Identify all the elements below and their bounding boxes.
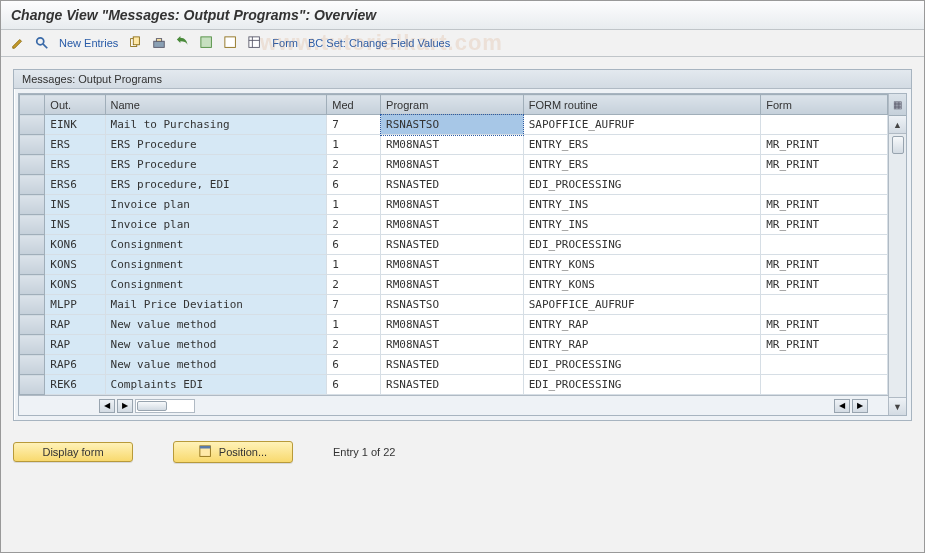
row-selector[interactable] bbox=[20, 335, 45, 355]
cell-routine[interactable]: ENTRY_INS bbox=[523, 195, 761, 215]
table-row[interactable]: ERS6ERS procedure, EDI6RSNASTEDEDI_PROCE… bbox=[20, 175, 888, 195]
cell-out[interactable]: ERS bbox=[45, 135, 105, 155]
cell-med[interactable]: 6 bbox=[327, 175, 381, 195]
row-selector[interactable] bbox=[20, 255, 45, 275]
undo-icon[interactable] bbox=[174, 34, 192, 52]
row-selector[interactable] bbox=[20, 115, 45, 135]
row-selector[interactable] bbox=[20, 215, 45, 235]
cell-form[interactable]: MR_PRINT bbox=[761, 155, 888, 175]
cell-med[interactable]: 2 bbox=[327, 215, 381, 235]
cell-routine[interactable]: ENTRY_ERS bbox=[523, 135, 761, 155]
new-entries-button[interactable]: New Entries bbox=[57, 37, 120, 49]
cell-name[interactable]: Invoice plan bbox=[105, 215, 327, 235]
scroll-right2-icon[interactable]: ▶ bbox=[852, 399, 868, 413]
cell-form[interactable]: MR_PRINT bbox=[761, 215, 888, 235]
cell-form[interactable]: MR_PRINT bbox=[761, 315, 888, 335]
cell-med[interactable]: 7 bbox=[327, 295, 381, 315]
col-form[interactable]: Form bbox=[761, 95, 888, 115]
copy-icon[interactable] bbox=[126, 34, 144, 52]
cell-med[interactable]: 2 bbox=[327, 155, 381, 175]
cell-out[interactable]: EINK bbox=[45, 115, 105, 135]
row-selector[interactable] bbox=[20, 175, 45, 195]
scroll-left2-icon[interactable]: ◀ bbox=[834, 399, 850, 413]
row-selector[interactable] bbox=[20, 195, 45, 215]
deselect-all-icon[interactable] bbox=[222, 34, 240, 52]
row-selector[interactable] bbox=[20, 155, 45, 175]
cell-program[interactable]: RSNASTSO bbox=[381, 295, 524, 315]
cell-out[interactable]: INS bbox=[45, 215, 105, 235]
cell-routine[interactable]: EDI_PROCESSING bbox=[523, 355, 761, 375]
cell-out[interactable]: INS bbox=[45, 195, 105, 215]
form-button[interactable]: Form bbox=[270, 37, 300, 49]
cell-out[interactable]: RAP bbox=[45, 335, 105, 355]
output-programs-table[interactable]: Out. Name Med Program FORM routine Form … bbox=[19, 94, 888, 395]
row-selector[interactable] bbox=[20, 295, 45, 315]
cell-program[interactable]: RSNASTED bbox=[381, 235, 524, 255]
cell-out[interactable]: KONS bbox=[45, 275, 105, 295]
scroll-down-icon[interactable]: ▼ bbox=[889, 397, 906, 415]
row-selector[interactable] bbox=[20, 275, 45, 295]
cell-routine[interactable]: EDI_PROCESSING bbox=[523, 175, 761, 195]
cell-form[interactable] bbox=[761, 295, 888, 315]
row-selector[interactable] bbox=[20, 315, 45, 335]
row-selector[interactable] bbox=[20, 375, 45, 395]
col-program[interactable]: Program bbox=[381, 95, 524, 115]
cell-program[interactable]: RSNASTED bbox=[381, 175, 524, 195]
table-row[interactable]: KONSConsignment2RM08NASTENTRY_KONSMR_PRI… bbox=[20, 275, 888, 295]
cell-med[interactable]: 1 bbox=[327, 135, 381, 155]
cell-program[interactable]: RM08NAST bbox=[381, 315, 524, 335]
cell-program[interactable]: RM08NAST bbox=[381, 215, 524, 235]
cell-out[interactable]: MLPP bbox=[45, 295, 105, 315]
scroll-up-icon[interactable]: ▲ bbox=[889, 116, 906, 134]
cell-form[interactable]: MR_PRINT bbox=[761, 255, 888, 275]
configure-columns-icon[interactable]: ▦ bbox=[889, 94, 906, 116]
cell-form[interactable] bbox=[761, 175, 888, 195]
cell-name[interactable]: New value method bbox=[105, 335, 327, 355]
cell-name[interactable]: Mail to Purchasing bbox=[105, 115, 327, 135]
cell-name[interactable]: New value method bbox=[105, 355, 327, 375]
cell-form[interactable] bbox=[761, 355, 888, 375]
scroll-left-icon[interactable]: ◀ bbox=[99, 399, 115, 413]
table-row[interactable]: KON6Consignment6RSNASTEDEDI_PROCESSING bbox=[20, 235, 888, 255]
vertical-scrollbar[interactable]: ▦ ▲ ▼ bbox=[888, 94, 906, 415]
cell-med[interactable]: 1 bbox=[327, 255, 381, 275]
cell-out[interactable]: ERS bbox=[45, 155, 105, 175]
cell-out[interactable]: RAP bbox=[45, 315, 105, 335]
cell-form[interactable]: MR_PRINT bbox=[761, 135, 888, 155]
row-selector[interactable] bbox=[20, 235, 45, 255]
position-button[interactable]: Position... bbox=[173, 441, 293, 463]
cell-med[interactable]: 2 bbox=[327, 335, 381, 355]
horizontal-scrollbar[interactable]: ◀ ▶ bbox=[99, 399, 195, 413]
table-row[interactable]: ERSERS Procedure2RM08NASTENTRY_ERSMR_PRI… bbox=[20, 155, 888, 175]
col-med[interactable]: Med bbox=[327, 95, 381, 115]
col-name[interactable]: Name bbox=[105, 95, 327, 115]
cell-name[interactable]: Invoice plan bbox=[105, 195, 327, 215]
cell-program[interactable]: RSNASTED bbox=[381, 375, 524, 395]
delete-icon[interactable] bbox=[150, 34, 168, 52]
cell-med[interactable]: 6 bbox=[327, 235, 381, 255]
cell-name[interactable]: Consignment bbox=[105, 275, 327, 295]
cell-med[interactable]: 1 bbox=[327, 195, 381, 215]
cell-out[interactable]: KON6 bbox=[45, 235, 105, 255]
cell-program[interactable]: RM08NAST bbox=[381, 255, 524, 275]
horizontal-scrollbar-right[interactable]: ◀ ▶ bbox=[834, 399, 868, 413]
scroll-right-icon[interactable]: ▶ bbox=[117, 399, 133, 413]
cell-routine[interactable]: ENTRY_RAP bbox=[523, 335, 761, 355]
cell-out[interactable]: KONS bbox=[45, 255, 105, 275]
cell-name[interactable]: Complaints EDI bbox=[105, 375, 327, 395]
cell-routine[interactable]: ENTRY_RAP bbox=[523, 315, 761, 335]
cell-form[interactable]: MR_PRINT bbox=[761, 335, 888, 355]
bcset-button[interactable]: BC Set: Change Field Values bbox=[306, 37, 452, 49]
cell-routine[interactable]: SAPOFFICE_AUFRUF bbox=[523, 115, 761, 135]
table-row[interactable]: KONSConsignment1RM08NASTENTRY_KONSMR_PRI… bbox=[20, 255, 888, 275]
cell-routine[interactable]: EDI_PROCESSING bbox=[523, 235, 761, 255]
cell-program[interactable]: RSNASTED bbox=[381, 355, 524, 375]
table-row[interactable]: RAPNew value method1RM08NASTENTRY_RAPMR_… bbox=[20, 315, 888, 335]
cell-routine[interactable]: ENTRY_ERS bbox=[523, 155, 761, 175]
cell-name[interactable]: New value method bbox=[105, 315, 327, 335]
cell-med[interactable]: 6 bbox=[327, 375, 381, 395]
display-form-button[interactable]: Display form bbox=[13, 442, 133, 462]
cell-routine[interactable]: ENTRY_KONS bbox=[523, 275, 761, 295]
table-row[interactable]: INSInvoice plan1RM08NASTENTRY_INSMR_PRIN… bbox=[20, 195, 888, 215]
cell-name[interactable]: Consignment bbox=[105, 255, 327, 275]
